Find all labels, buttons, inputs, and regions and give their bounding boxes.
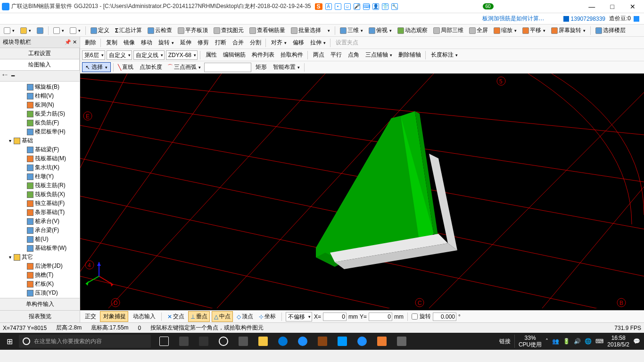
tree-node[interactable]: 楼层板带(H) — [1, 127, 79, 136]
3d-button[interactable]: 三维▾ — [338, 25, 365, 35]
taskbar-ie-icon[interactable] — [293, 333, 312, 350]
tray-battery-icon[interactable]: 🔋 — [563, 338, 570, 345]
extend-button[interactable]: 延伸 — [177, 38, 193, 48]
rotate-button[interactable]: 旋转▾ — [156, 38, 176, 48]
taskbar-app-8[interactable] — [392, 333, 411, 350]
pick-component-button[interactable]: 拾取构件 — [278, 50, 305, 60]
rotate-check[interactable] — [412, 313, 418, 320]
break-button[interactable]: 打断 — [212, 38, 228, 48]
sum-button[interactable]: Σ汇总计算 — [113, 25, 144, 35]
edit-rebar-button[interactable]: 编辑钢筋 — [220, 50, 248, 60]
search-box[interactable]: 在这里输入你要搜索的内容 — [19, 335, 151, 348]
tree-node[interactable]: 后浇带(JD) — [1, 262, 79, 271]
local-3d-button[interactable]: 局部三维 — [431, 25, 465, 35]
tray-ime-icon[interactable]: ⌨ — [595, 338, 603, 345]
taskbar-app-4[interactable] — [313, 333, 332, 350]
tree-node[interactable]: 独立基础(F) — [1, 199, 79, 208]
save-button[interactable] — [35, 26, 45, 35]
ortho-button[interactable]: 正交 — [82, 312, 98, 321]
tree-node[interactable]: 柱墩(Y) — [1, 172, 79, 181]
arc3-button[interactable]: ⌒三点画弧▾ — [165, 62, 203, 72]
stretch-button[interactable]: 拉伸▾ — [307, 38, 328, 48]
tray-net-icon[interactable]: 🌐 — [585, 338, 592, 345]
fixpoint-button[interactable]: 设置夹点 — [333, 38, 360, 48]
taskbar-app-1[interactable] — [174, 333, 193, 350]
ime-mic-icon[interactable]: 🎤 — [354, 3, 360, 10]
select-floor-button[interactable]: 选择楼层 — [594, 25, 627, 35]
tree-node[interactable]: 桩承台(V) — [1, 217, 79, 226]
mirror-button[interactable]: 镜像 — [121, 38, 137, 48]
rotate-input[interactable] — [433, 313, 456, 321]
tray-people-icon[interactable]: 👥 — [552, 338, 559, 345]
copy-button[interactable]: 复制 — [103, 38, 119, 48]
tree-expand-icon[interactable]: ⁺⁻ — [2, 73, 8, 79]
green-badge[interactable]: 60 — [483, 3, 494, 9]
ime-kbd-icon[interactable]: ⌨ — [363, 3, 370, 10]
tree-node[interactable]: ▾其它 — [1, 253, 79, 262]
delete-button[interactable]: 删除 — [82, 38, 98, 48]
bell-icon[interactable] — [634, 16, 639, 22]
fullscreen-button[interactable]: 全屏 — [467, 25, 490, 35]
screen-rotate-button[interactable]: 屏幕旋转▾ — [549, 25, 587, 35]
taskbar-app-2[interactable] — [194, 333, 213, 350]
cloud-check-button[interactable]: 云检查 — [146, 25, 174, 35]
flat-top-button[interactable]: 平齐板顶 — [176, 25, 210, 35]
component-list-button[interactable]: 构件列表 — [249, 50, 276, 60]
new-button[interactable]: ▾ — [2, 26, 17, 35]
tree-node[interactable]: 板负筋(F) — [1, 118, 79, 127]
tree-node[interactable]: 基础板带(W) — [1, 244, 79, 253]
tree-node[interactable]: 桩(U) — [1, 235, 79, 244]
y-input[interactable] — [369, 313, 392, 321]
line-button[interactable]: ╲直线 — [116, 62, 135, 72]
view-rebar-button[interactable]: 查看钢筋量 — [248, 25, 287, 35]
ime-badge[interactable]: S — [315, 3, 322, 10]
top-view-button[interactable]: 俯视▾ — [367, 25, 394, 35]
batch-select-button[interactable]: 批量选择 — [289, 25, 323, 35]
clock-time[interactable]: 16:58 — [607, 335, 629, 341]
taskbar-app-5[interactable] — [333, 333, 352, 350]
model-tree[interactable]: 螺旋板(B)柱帽(V)板洞(N)板受力筋(S)板负筋(F)楼层板带(H)▾基础基… — [0, 82, 80, 298]
tray-link[interactable]: 链接 — [499, 337, 511, 346]
tray-notif-icon[interactable]: 💬 — [633, 338, 640, 345]
tab-report-preview[interactable]: 报表预览 — [0, 310, 80, 322]
dim-length-button[interactable]: 长度标注▾ — [428, 50, 460, 60]
tray-up-icon[interactable]: ˄ — [545, 338, 548, 345]
help-link[interactable]: 板洞加强筋是如何计算… — [482, 15, 545, 23]
taskbar-app-7[interactable] — [372, 333, 391, 350]
viewport-3d[interactable]: E 4 5 D C B — [80, 74, 644, 310]
extra-button[interactable] — [307, 66, 311, 68]
start-button[interactable]: ⊞ — [0, 337, 19, 346]
open-button[interactable]: ▾ — [18, 26, 33, 35]
find-button[interactable]: 查找图元 — [212, 25, 246, 35]
tree-node[interactable]: 挑檐(T) — [1, 271, 79, 280]
tray-vol-icon[interactable]: 🔊 — [574, 338, 581, 345]
floor-select[interactable]: 第6层 — [82, 50, 105, 60]
smart-layout-button[interactable]: 智能布置▾ — [270, 62, 302, 72]
clock-date[interactable]: 2018/5/2 — [607, 341, 629, 348]
mid-snap-button[interactable]: △中点 — [212, 311, 233, 322]
more-button[interactable]: ▾ — [325, 27, 332, 34]
task-view-icon[interactable] — [155, 333, 173, 350]
property-button[interactable]: 属性 — [203, 50, 219, 60]
point-angle-button[interactable]: 点角 — [345, 50, 361, 60]
move-button[interactable]: 移动 — [138, 38, 154, 48]
draw-dropdown[interactable] — [204, 63, 251, 72]
split-button[interactable]: 分割 — [247, 38, 263, 48]
parallel-button[interactable]: 平行 — [328, 50, 344, 60]
tree-node[interactable]: 栏板(K) — [1, 280, 79, 288]
ime-shirt-icon[interactable]: 👕 — [382, 3, 388, 10]
offset-mode-select[interactable]: 不偏移 — [286, 312, 312, 321]
tree-node[interactable]: 条形基础(T) — [1, 208, 79, 217]
perp-snap-button[interactable]: ⊥垂点 — [188, 311, 210, 322]
ime-dot-icon[interactable]: • — [335, 3, 341, 10]
tab-project-settings[interactable]: 工程设置 — [0, 48, 80, 59]
tree-node[interactable]: 板受力筋(S) — [1, 109, 79, 118]
tree-node[interactable]: 集水坑(K) — [1, 163, 79, 172]
close-button[interactable]: ✕ — [623, 3, 642, 10]
tab-single-input[interactable]: 单构件输入 — [0, 298, 80, 310]
cross-snap-button[interactable]: ✕交点 — [165, 312, 186, 321]
code-select[interactable]: ZDYX-68 — [166, 50, 198, 60]
delete-aux-button[interactable]: 删除辅轴 — [396, 50, 423, 60]
user-id[interactable]: 13907298339 — [571, 16, 605, 22]
tree-node[interactable]: 压顶(YD) — [1, 288, 79, 297]
